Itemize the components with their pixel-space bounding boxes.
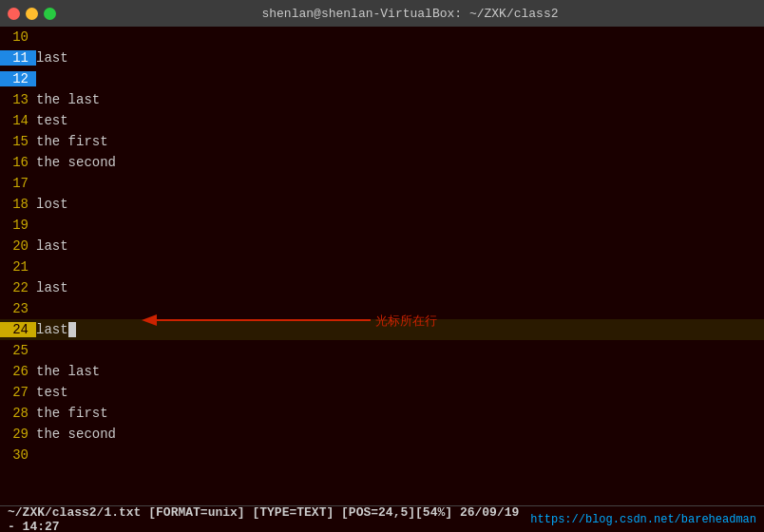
line-number: 21 [0, 259, 36, 275]
line-row: 22last [0, 277, 764, 298]
line-number: 24 [0, 322, 36, 337]
line-number: 22 [0, 280, 36, 295]
line-content: the first [36, 134, 764, 149]
line-number: 23 [0, 301, 36, 316]
line-number: 20 [0, 238, 36, 254]
line-row: 15the first [0, 131, 764, 152]
line-number: 14 [0, 113, 36, 128]
line-row: 27test [0, 382, 764, 403]
line-number: 18 [0, 197, 36, 212]
line-number: 29 [0, 427, 36, 442]
line-row: 23 [0, 298, 764, 319]
line-row: 20last [0, 236, 764, 256]
line-number: 26 [0, 364, 36, 379]
close-button[interactable] [8, 8, 20, 20]
line-row: 19 [0, 215, 764, 236]
line-row: 21 [0, 256, 764, 277]
statusbar-url: https://blog.csdn.net/bareheadman [530, 513, 756, 526]
line-content: the second [36, 427, 764, 442]
maximize-button[interactable] [44, 8, 56, 20]
line-row: 10 [0, 27, 764, 48]
line-row: 13the last [0, 89, 764, 110]
line-number: 28 [0, 406, 36, 421]
line-number: 13 [0, 92, 36, 107]
line-content: last [36, 238, 764, 254]
line-number: 10 [0, 29, 36, 45]
titlebar: shenlan@shenlan-VirtualBox: ~/ZXK/class2 [0, 0, 764, 27]
line-number: 30 [0, 447, 36, 463]
line-content: lost [36, 197, 764, 212]
line-content: the first [36, 406, 764, 421]
line-content: last [36, 322, 764, 337]
line-number: 16 [0, 155, 36, 170]
line-number: 17 [0, 176, 36, 191]
line-row: 26the last [0, 361, 764, 382]
line-row: 28the first [0, 403, 764, 424]
line-content: the last [36, 92, 764, 107]
line-content: test [36, 113, 764, 128]
line-row: 14test [0, 110, 764, 131]
line-row: 17 [0, 173, 764, 194]
window-controls [8, 8, 56, 20]
line-number: 27 [0, 385, 36, 400]
line-number: 25 [0, 343, 36, 358]
line-content: last [36, 280, 764, 295]
line-number: 11 [0, 50, 36, 66]
line-row: 12 [0, 68, 764, 89]
editor-area: 1011last1213the last14test15the first16t… [0, 27, 764, 505]
line-content: the last [36, 364, 764, 379]
line-row: 11last [0, 48, 764, 68]
line-number: 15 [0, 134, 36, 149]
line-content: last [36, 50, 764, 66]
line-content: test [36, 385, 764, 400]
line-number: 19 [0, 218, 36, 233]
statusbar-info: ~/ZXK/class2/1.txt [FORMAT=unix] [TYPE=T… [8, 505, 530, 533]
line-number: 12 [0, 71, 36, 86]
line-row: 16the second [0, 152, 764, 173]
line-row: 25 [0, 340, 764, 361]
minimize-button[interactable] [26, 8, 38, 20]
line-row: 30 [0, 445, 764, 466]
line-content: the second [36, 155, 764, 170]
statusbar: ~/ZXK/class2/1.txt [FORMAT=unix] [TYPE=T… [0, 505, 764, 532]
line-row: 29the second [0, 424, 764, 445]
window-title: shenlan@shenlan-VirtualBox: ~/ZXK/class2 [64, 7, 756, 21]
line-row: 18lost [0, 194, 764, 215]
lines-container[interactable]: 1011last1213the last14test15the first16t… [0, 27, 764, 505]
line-row: 24last [0, 319, 764, 340]
